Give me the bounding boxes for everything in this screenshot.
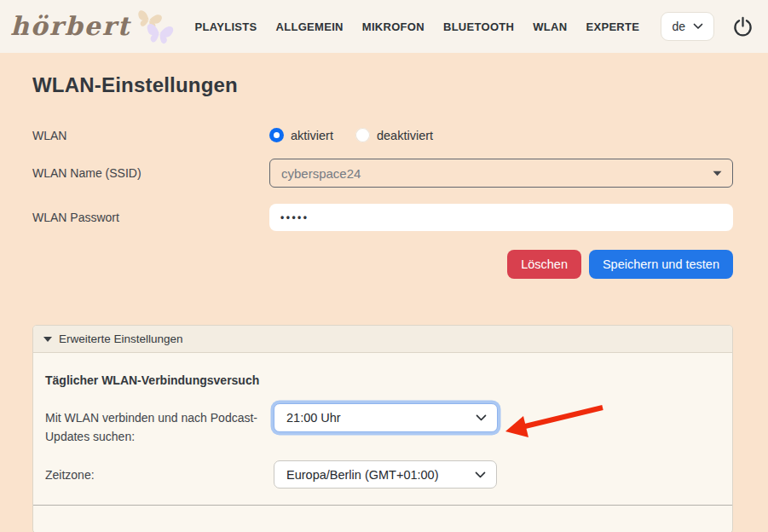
nav-item[interactable]: ALLGEMEIN: [276, 20, 344, 33]
triangle-down-icon: [713, 171, 722, 176]
daily-attempt-heading: Täglicher WLAN-Verbindungsversuch: [45, 373, 732, 387]
nav-item[interactable]: MIKROFON: [362, 20, 424, 33]
page-title: WLAN-Einstellungen: [32, 73, 733, 97]
wlan-radio-group: aktiviert deaktiviert: [269, 128, 733, 142]
form-actions: Löschen Speichern und testen: [32, 250, 733, 279]
radio-unselected-icon[interactable]: [355, 128, 370, 142]
nav-item[interactable]: EXPERTE: [586, 20, 639, 33]
logo-text: hörbert: [10, 4, 130, 49]
nav-item[interactable]: PLAYLISTS: [194, 20, 257, 33]
radio-aktiviert[interactable]: aktiviert: [269, 128, 333, 142]
power-button[interactable]: [731, 15, 754, 38]
podcast-time-row: Mit WLAN verbinden und nach Podcast-Upda…: [45, 403, 732, 446]
chevron-down-icon: [693, 23, 703, 30]
chevron-down-icon: [476, 414, 487, 421]
wlan-toggle-row: WLAN aktiviert deaktiviert: [32, 128, 733, 142]
timezone-row: Zeitzone: Europa/Berlin (GMT+01:00): [45, 460, 732, 489]
wlan-label: WLAN: [32, 129, 269, 142]
radio-selected-icon[interactable]: [269, 128, 284, 142]
nav-item[interactable]: WLAN: [533, 20, 567, 33]
podcast-time-select[interactable]: 21:00 Uhr: [274, 403, 498, 432]
podcast-time-value: 21:00 Uhr: [286, 411, 341, 425]
main-content: WLAN-Einstellungen WLAN aktiviert deakti…: [0, 73, 768, 532]
delete-button[interactable]: Löschen: [507, 250, 581, 279]
nav-item[interactable]: BLUETOOTH: [443, 20, 514, 33]
advanced-settings-label: Erweiterte Einstellungen: [59, 332, 183, 345]
password-label: WLAN Passwort: [32, 211, 269, 224]
logo[interactable]: hörbert: [10, 4, 176, 49]
password-row: WLAN Passwort: [32, 204, 733, 231]
advanced-settings-panel: Erweiterte Einstellungen Täglicher WLAN-…: [32, 325, 733, 532]
top-header: hörbert PLAYLISTS AL: [0, 0, 768, 53]
advanced-settings-toggle[interactable]: Erweiterte Einstellungen: [33, 326, 732, 353]
password-input[interactable]: [269, 204, 733, 231]
triangle-down-icon: [43, 337, 52, 342]
timezone-select[interactable]: Europa/Berlin (GMT+01:00): [274, 460, 497, 489]
ssid-combobox[interactable]: cyberspace24: [269, 159, 733, 188]
language-select[interactable]: de: [661, 12, 714, 41]
chevron-down-icon: [475, 471, 486, 478]
power-icon: [731, 15, 754, 38]
advanced-settings-body: Täglicher WLAN-Verbindungsversuch Mit WL…: [33, 353, 732, 506]
wlan-form: WLAN aktiviert deaktiviert WLAN Name (SS…: [32, 128, 733, 279]
ssid-row: WLAN Name (SSID) cyberspace24: [32, 159, 733, 188]
ssid-value: cyberspace24: [281, 166, 361, 181]
ssid-label: WLAN Name (SSID): [32, 166, 269, 180]
butterfly-icons: [132, 6, 176, 49]
podcast-time-label: Mit WLAN verbinden und nach Podcast-Upda…: [45, 403, 274, 446]
radio-deaktiviert[interactable]: deaktiviert: [355, 128, 433, 142]
save-and-test-button[interactable]: Speichern und testen: [589, 250, 733, 279]
radio-aktiviert-label: aktiviert: [291, 129, 333, 142]
radio-deaktiviert-label: deaktiviert: [377, 129, 433, 142]
panel-divider: [33, 505, 732, 506]
timezone-value: Europa/Berlin (GMT+01:00): [286, 468, 439, 482]
main-nav: PLAYLISTS ALLGEMEIN MIKROFON BLUETOOTH W…: [194, 20, 639, 33]
language-value: de: [672, 20, 685, 33]
timezone-label: Zeitzone:: [45, 460, 274, 484]
